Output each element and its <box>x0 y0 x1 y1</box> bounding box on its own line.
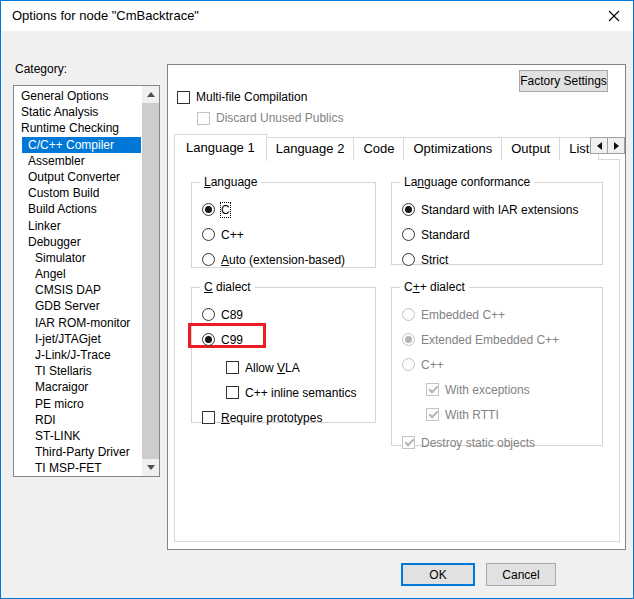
category-item-simulator[interactable]: Simulator <box>29 250 141 266</box>
radio-mark <box>402 253 415 266</box>
radio-mark <box>402 203 415 216</box>
checkbox-require-prototypes[interactable]: Require prototypes <box>202 405 371 430</box>
label-standard-with-iar-extensions: Standard with IAR extensions <box>421 203 578 217</box>
category-item-debugger[interactable]: Debugger <box>22 234 141 250</box>
multi-file-compilation-checkbox[interactable]: Multi-file Compilation <box>177 90 307 104</box>
radio-mark <box>402 333 415 346</box>
radio-extended-embedded-cpp: Extended Embedded C++ <box>402 327 598 352</box>
label-standard: Standard <box>421 228 470 242</box>
multi-file-compilation-label: Multi-file Compilation <box>196 90 307 104</box>
label-strict: Strict <box>421 253 448 267</box>
radio-mark <box>202 333 215 346</box>
label-cpp: C++ <box>421 358 444 372</box>
scroll-up-icon[interactable] <box>142 86 159 103</box>
checkbox-destroy-static-objects: Destroy static objects <box>402 430 598 455</box>
checkbox-mark <box>177 91 190 104</box>
category-item-pe-micro[interactable]: PE micro <box>29 396 141 412</box>
checkbox-mark <box>202 411 215 424</box>
discard-unused-publics-checkbox: Discard Unused Publics <box>197 111 343 125</box>
options-dialog: Options for node "CmBacktrace" Category:… <box>0 0 634 599</box>
checkbox-cpp-inline-semantics[interactable]: C++ inline semantics <box>226 380 371 405</box>
scroll-down-icon[interactable] <box>142 459 159 476</box>
tab-scroll-right-button[interactable] <box>607 137 625 154</box>
category-item-iar-rom-monitor[interactable]: IAR ROM-monitor <box>29 315 141 331</box>
label-c99: C99 <box>221 333 243 347</box>
category-item-cmsis-dap[interactable]: CMSIS DAP <box>29 282 141 298</box>
language-1-tab-page: LanguageCC++Auto (extension-based)Langua… <box>174 159 620 542</box>
checkbox-allow-vla[interactable]: Allow VLA <box>226 355 371 380</box>
checkbox-with-exceptions: With exceptions <box>426 377 598 402</box>
checkbox-mark <box>402 436 415 449</box>
group-title-language: Language <box>200 175 261 189</box>
scrollbar-thumb[interactable] <box>142 103 159 459</box>
category-item-gdb-server[interactable]: GDB Server <box>29 298 141 314</box>
category-item-linker[interactable]: Linker <box>22 218 141 234</box>
radio-strict[interactable]: Strict <box>402 247 598 272</box>
category-item-ti-msp-fet[interactable]: TI MSP-FET <box>29 460 141 475</box>
radio-cpp: C++ <box>402 352 598 377</box>
label-c89: C89 <box>221 308 243 322</box>
radio-c89[interactable]: C89 <box>202 302 371 327</box>
radio-mark <box>402 228 415 241</box>
category-listbox: General OptionsStatic AnalysisRuntime Ch… <box>13 85 160 477</box>
tab-scroll-left-button[interactable] <box>590 137 608 154</box>
category-scrollbar[interactable] <box>142 86 159 476</box>
ok-button[interactable]: OK <box>401 563 475 586</box>
radio-mark <box>402 308 415 321</box>
tab-code[interactable]: Code <box>353 137 404 160</box>
ok-label: OK <box>429 568 446 582</box>
radio-standard-with-iar-extensions[interactable]: Standard with IAR extensions <box>402 197 598 222</box>
category-item-c-cpp-compiler[interactable]: C/C++ Compiler <box>22 137 141 153</box>
tab-language-2[interactable]: Language 2 <box>266 137 355 160</box>
radio-c99[interactable]: C99 <box>202 327 371 352</box>
radio-mark <box>402 358 415 371</box>
category-item-angel[interactable]: Angel <box>29 266 141 282</box>
label-c: C <box>221 203 230 217</box>
radio-mark <box>202 228 215 241</box>
category-item-macraigor[interactable]: Macraigor <box>29 379 141 395</box>
group-language: LanguageCC++Auto (extension-based) <box>191 182 376 268</box>
arrow-right-icon <box>614 142 619 150</box>
category-item-build-actions[interactable]: Build Actions <box>22 201 141 217</box>
factory-settings-button[interactable]: Factory Settings <box>519 70 608 92</box>
radio-standard[interactable]: Standard <box>402 222 598 247</box>
group-conformance: Language conformanceStandard with IAR ex… <box>391 182 603 265</box>
arrow-left-icon <box>597 142 602 150</box>
category-item-st-link[interactable]: ST-LINK <box>29 428 141 444</box>
radio-mark <box>202 308 215 321</box>
category-item-assembler[interactable]: Assembler <box>22 153 141 169</box>
label-with-exceptions: With exceptions <box>445 383 530 397</box>
category-item-j-link-j-trace[interactable]: J-Link/J-Trace <box>29 347 141 363</box>
radio-cpp[interactable]: C++ <box>202 222 371 247</box>
cancel-button[interactable]: Cancel <box>486 563 556 586</box>
checkbox-mark <box>426 408 439 421</box>
category-item-runtime-checking[interactable]: Runtime Checking <box>15 120 141 136</box>
options-panel: Factory Settings Multi-file Compilation … <box>167 64 626 550</box>
close-button[interactable] <box>597 2 631 30</box>
category-item-static-analysis[interactable]: Static Analysis <box>15 104 141 120</box>
label-require-prototypes: Require prototypes <box>221 411 322 425</box>
category-item-i-jet-jtagjet[interactable]: I-jet/JTAGjet <box>29 331 141 347</box>
category-item-rdi[interactable]: RDI <box>29 412 141 428</box>
tab-language-1[interactable]: Language 1 <box>174 134 267 161</box>
category-item-third-party-driver[interactable]: Third-Party Driver <box>29 444 141 460</box>
tab-scroll-buttons <box>590 137 625 154</box>
checkbox-mark <box>197 112 210 125</box>
tab-optimizations[interactable]: Optimizations <box>403 137 502 160</box>
label-extended-embedded-cpp: Extended Embedded C++ <box>421 333 559 347</box>
radio-auto-extension-based[interactable]: Auto (extension-based) <box>202 247 371 272</box>
group-cpp-dialect: C++ dialectEmbedded C++Extended Embedded… <box>391 287 603 446</box>
group-c-dialect: C dialectC89C99Allow VLAC++ inline seman… <box>191 287 376 423</box>
category-item-output-converter[interactable]: Output Converter <box>22 169 141 185</box>
tab-strip: Language 1Language 2CodeOptimizationsOut… <box>174 134 599 160</box>
label-allow-vla: Allow VLA <box>245 361 300 375</box>
close-icon <box>608 10 620 22</box>
category-item-general-options[interactable]: General Options <box>15 88 141 104</box>
category-item-custom-build[interactable]: Custom Build <box>22 185 141 201</box>
title-bar[interactable]: Options for node "CmBacktrace" <box>1 1 633 31</box>
group-title-c-dialect: C dialect <box>200 280 255 294</box>
checkbox-mark <box>426 383 439 396</box>
radio-c[interactable]: C <box>202 197 371 222</box>
category-item-ti-stellaris[interactable]: TI Stellaris <box>29 363 141 379</box>
tab-output[interactable]: Output <box>501 137 560 160</box>
